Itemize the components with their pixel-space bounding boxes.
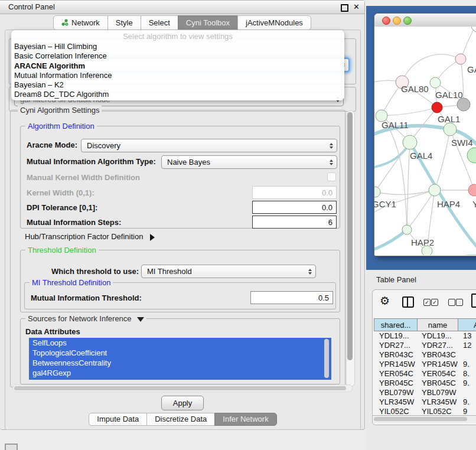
node-label: GAL1 [438,114,460,124]
table-row[interactable]: YDR27...YDR27...12 [374,341,476,350]
mi-type-label: Mutual Information Algorithm Type: [27,157,156,166]
float-window-icon[interactable] [341,4,348,12]
unchecked-checkbox-icon[interactable] [448,299,455,306]
cell: YBR043C [418,350,459,360]
columns-icon[interactable] [402,296,414,308]
table-row[interactable]: YBR043CYBR043C [374,350,476,360]
node-label: GAL10 [435,90,463,100]
table-row[interactable]: YIL052CYIL052C9 [374,407,476,415]
node-label: GAL4 [410,151,432,161]
table-panel: Table Panel ⚙ ✓ ✓ shared... name A YDL19… [366,270,476,450]
tab-cyni-toolbox[interactable]: Cyni Toolbox [178,15,238,30]
network-icon [61,19,69,26]
aracne-mode-combo[interactable]: Discovery [81,139,337,152]
list-item[interactable]: BetweennessCentrality [29,358,331,368]
collapse-down-icon [137,317,144,322]
tab-network[interactable]: Network [53,15,108,30]
scrollbar-thumb[interactable] [14,386,346,390]
control-panel-titlebar: Control Panel ✕ [0,1,364,14]
tab-jactivemnodules[interactable]: jActiveMNodules [237,15,311,30]
gear-icon[interactable]: ⚙ [380,294,390,308]
dpi-tolerance-value: 0.0 [322,203,332,212]
node-swi4[interactable] [467,148,476,163]
dropdown-item[interactable]: Bayesian – K2 [11,80,344,90]
node-hap4[interactable] [429,184,441,196]
column-header-name[interactable]: name [417,318,458,331]
node-gal10[interactable] [430,77,441,88]
node[interactable] [471,27,476,32]
dropdown-item[interactable]: Basic Correlation Inference [11,51,344,61]
dpi-tolerance-field[interactable]: 0.0 [252,201,337,214]
mi-type-combo[interactable]: Naive Bayes [161,155,337,169]
node-selected-red[interactable] [432,102,442,113]
mac-zoom-icon[interactable] [403,17,412,25]
node-label: HAP2 [411,237,434,247]
list-item[interactable]: gal4RGexp [29,368,331,378]
list-scrollbar[interactable] [324,339,329,378]
mi-threshold-field[interactable]: 0.5 [250,291,333,304]
cell: 9 [459,407,476,415]
threshold-definition-group: Threshold Definition Which threshold to … [20,250,340,312]
network-canvas[interactable]: GAL GAL80 GAL10 GAL1 GAL11 SWI4 GAL4 GCY… [374,27,476,255]
settings-horizontal-scrollbar[interactable] [12,384,353,392]
table-row[interactable]: YBL079WYBL079W [374,388,476,397]
table-row[interactable]: YPR145WYPR145W9. [374,360,476,369]
apply-button[interactable]: Apply [161,396,204,410]
node-gal1[interactable] [444,123,457,136]
tab-select[interactable]: Select [141,15,178,30]
tab-discretize-data-label: Discretize Data [155,415,207,423]
node-salmon[interactable] [468,184,476,196]
tab-discretize-data[interactable]: Discretize Data [146,413,215,426]
cell: YDR27... [418,341,459,350]
node-gray[interactable] [457,98,470,111]
column-header-partial[interactable]: A [458,318,476,331]
manual-kernel-checkbox[interactable] [327,172,336,181]
mi-threshold-value: 0.5 [318,294,329,302]
minimized-panel-icon[interactable] [5,444,18,450]
which-threshold-value: MI Threshold [147,267,192,276]
dropdown-item[interactable]: Dream8 DC_TDC Algorithm [11,90,344,99]
table-row[interactable]: YLR345WYLR345W9. [374,397,476,407]
dropdown-item[interactable]: Bayesian – Hill Climbing [11,42,344,51]
manual-kernel-label: Manual Kernel Width Definition [27,173,140,182]
settings-vertical-scrollbar[interactable] [346,110,355,387]
node[interactable] [455,54,466,64]
table-panel-title: Table Panel [376,275,416,284]
tab-style[interactable]: Style [107,15,141,30]
cell: YPR145W [374,360,418,369]
table-row[interactable]: YBR045CYBR045C9. [374,379,476,388]
apply-button-label: Apply [173,399,193,407]
list-item[interactable]: TopologicalCoefficient [29,348,331,358]
scrollbar-thumb[interactable] [347,112,353,360]
column-header-shared[interactable]: shared... [374,318,418,331]
node-gal4[interactable] [403,135,417,149]
document-icon[interactable] [471,294,476,308]
tab-infer-network[interactable]: Infer Network [214,413,276,426]
table-row[interactable]: YER054CYER054C8. [374,369,476,379]
dropdown-item[interactable]: Mutual Information Inference [11,71,344,80]
table-horizontal-scrollbar[interactable] [373,415,476,423]
unchecked-checkbox-icon[interactable] [456,299,463,306]
table-row[interactable]: YDL19...YDL19...13 [374,331,476,341]
checked-checkbox-icon[interactable]: ✓ [423,299,431,306]
close-icon[interactable]: ✕ [353,2,360,11]
control-panel-title: Control Panel [8,2,55,11]
sources-title[interactable]: Sources for Network Inference [25,314,146,323]
scrollbar-thumb[interactable] [374,417,467,421]
mi-steps-field[interactable]: 6 [252,216,337,229]
data-attributes-list[interactable]: SelfLoops TopologicalCoefficient Between… [29,338,331,380]
dropdown-item-selected[interactable]: ARACNE Algorithm [11,61,344,71]
tab-impute-data[interactable]: Impute Data [89,413,147,426]
dropdown-placeholder: Select algorithm to view settings [11,30,344,41]
list-item[interactable]: SelfLoops [29,338,331,348]
hub-definition-expander[interactable]: Hub/Transcription Factor Definition [25,232,155,241]
node-gcy1[interactable] [374,187,380,197]
node-hap2[interactable] [402,225,412,234]
algorithm-definition-title: Algorithm Definition [25,122,97,131]
network-window-titlebar[interactable] [374,14,476,27]
cyni-settings-title: Cyni Algorithm Settings [18,106,102,115]
mac-minimize-icon[interactable] [393,17,401,25]
mac-close-icon[interactable] [382,17,390,25]
checked-checkbox-icon[interactable]: ✓ [431,299,438,306]
which-threshold-combo[interactable]: MI Threshold [141,265,316,278]
